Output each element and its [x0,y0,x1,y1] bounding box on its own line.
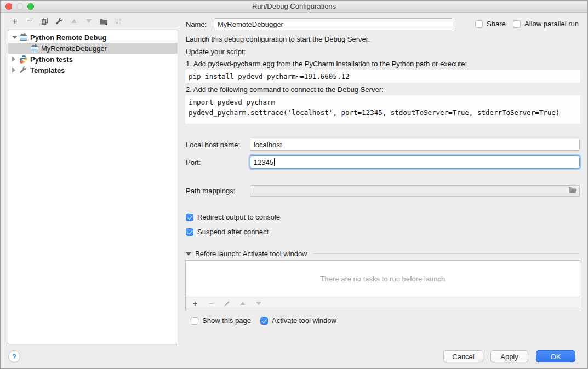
port-label: Port: [186,158,201,166]
chevron-expanded-icon[interactable] [12,36,18,39]
text-caret [274,158,275,166]
python-tests-icon [19,55,28,64]
tree-item-label: Python Remote Debug [30,33,106,42]
browse-folder-icon[interactable] [568,186,577,195]
port-value: 12345 [254,158,273,166]
new-folder-icon[interactable] [99,17,108,26]
step1-text: 1. Add pydevd-pycharm.egg from the PyCha… [186,60,467,68]
configuration-editor: Name: Share Allow parallel run Launch th… [179,13,587,347]
sort-alphabetically-icon: a z [114,17,123,26]
remove-task-icon: − [207,299,215,308]
before-launch-task-list[interactable]: There are no tasks to run before launch [186,261,580,297]
activate-tool-window-label: Activate tool window [272,316,336,325]
activate-tool-window-row: Activate tool window [260,316,336,325]
dialog-footer: ? Cancel Apply OK [1,347,587,368]
redirect-output-row: Redirect output to console [186,213,280,221]
update-script-text: Update your script: [186,48,246,56]
move-up-icon [70,17,78,26]
tree-item-myremotedebugger[interactable]: MyRemoteDebugger [8,43,178,54]
remote-debug-icon [30,44,39,53]
dialog-body: + − [1,13,587,347]
svg-text:z: z [119,21,121,25]
run-debug-configurations-dialog: Run/Debug Configurations + − [0,0,588,369]
add-task-icon[interactable]: + [191,299,199,308]
share-label: Share [487,20,506,28]
step2-text: 2. Add the following command to connect … [186,85,384,94]
chevron-collapsed-icon[interactable] [12,67,18,73]
suspend-after-connect-label: Suspend after connect [197,228,269,236]
tree-item-templates[interactable]: Templates [8,65,178,76]
help-question-icon: ? [12,353,16,361]
move-task-down-icon [254,299,263,308]
remote-debug-icon [19,33,28,42]
activate-tool-window-checkbox[interactable] [260,317,268,325]
tree-item-python-tests[interactable]: Python tests [8,54,178,65]
allow-parallel-run-label: Allow parallel run [524,20,579,28]
local-host-name-label: Local host name: [186,141,240,149]
allow-parallel-run-checkbox[interactable] [513,20,521,28]
port-input[interactable]: 12345 [250,155,580,169]
ok-button[interactable]: OK [536,350,575,362]
tree-item-label: Python tests [30,55,73,64]
tree-item-label: Templates [30,66,65,74]
path-mappings-label: Path mappings: [186,187,235,195]
redirect-output-label: Redirect output to console [197,213,280,221]
chevron-collapsed-icon[interactable] [12,56,18,62]
add-configuration-icon[interactable]: + [10,17,19,26]
tree-item-label: MyRemoteDebugger [41,44,107,53]
settrace-code[interactable]: import pydevd_pycharm pydevd_pycharm.set… [185,95,580,124]
edit-defaults-wrench-icon[interactable] [55,17,64,26]
share-checkbox[interactable] [475,20,483,28]
show-this-page-checkbox[interactable] [191,317,198,325]
move-task-up-icon [238,299,247,308]
configurations-sidebar: + − [1,13,179,347]
close-window-button[interactable] [5,3,12,10]
tree-item-python-remote-debug[interactable]: Python Remote Debug [8,32,178,43]
before-launch-header[interactable]: Before launch: Activate tool window [186,250,579,258]
name-label: Name: [186,20,207,28]
minimize-window-button [16,3,23,10]
pip-install-code[interactable]: pip install pydevd-pycharm~=191.6605.12 [185,70,580,83]
empty-tasks-message: There are no tasks to run before launch [321,275,446,283]
apply-button[interactable]: Apply [490,350,528,362]
before-launch-title: Before launch: Activate tool window [195,250,307,258]
name-input[interactable] [214,18,453,30]
titlebar[interactable]: Run/Debug Configurations [1,1,587,13]
cancel-button[interactable]: Cancel [443,350,483,362]
chevron-expanded-icon[interactable] [186,252,191,256]
zoom-window-button[interactable] [27,3,34,10]
settrace-code-line1: import pydevd_pycharm [189,98,275,106]
redirect-output-checkbox[interactable] [186,214,193,221]
configurations-tree: Python Remote Debug MyRemoteDebugger [8,30,178,344]
settrace-code-line2: pydevd_pycharm.settrace('localhost', por… [189,108,560,117]
share-checkbox-row: Share [475,20,506,28]
intro-text: Launch this debug configuration to start… [186,35,370,43]
allow-parallel-checkbox-row: Allow parallel run [513,20,579,28]
configurations-toolbar: + − [1,13,179,30]
move-down-icon [84,17,93,26]
show-this-page-row: Show this page [191,316,251,325]
traffic-lights [5,3,34,10]
edit-task-pencil-icon [222,299,231,308]
suspend-after-connect-row: Suspend after connect [186,228,269,236]
section-divider [313,253,579,254]
copy-configuration-icon[interactable] [40,17,49,26]
help-button[interactable]: ? [8,350,20,362]
show-this-page-label: Show this page [202,316,251,325]
path-mappings-input[interactable] [250,185,580,197]
before-launch-toolbar: + − [186,297,580,310]
remove-configuration-icon[interactable]: − [25,17,34,26]
before-launch-panel: There are no tasks to run before launch … [185,260,580,310]
window-title: Run/Debug Configurations [1,1,587,12]
templates-wrench-icon [19,66,28,74]
local-host-name-input[interactable] [250,139,580,151]
suspend-after-connect-checkbox[interactable] [186,228,193,236]
